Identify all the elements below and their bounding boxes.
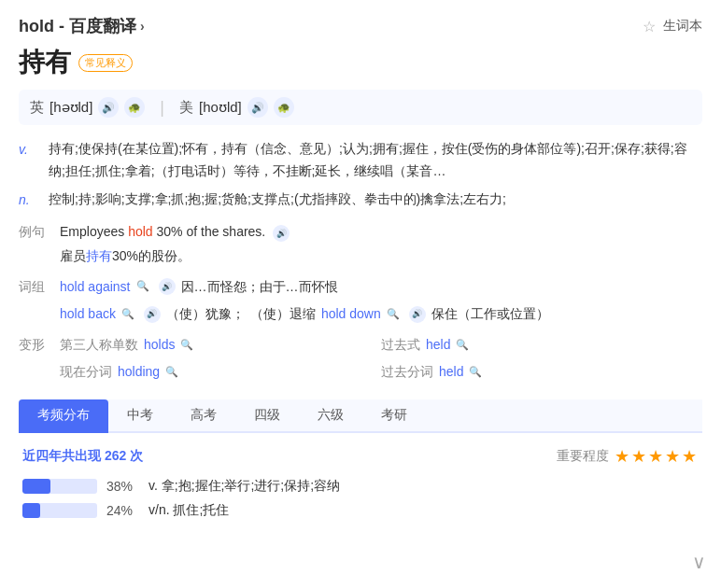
phrases-content: hold against 🔍 🔊 因…而怪怨；由于…而怀恨 hold back … [60,275,702,326]
freq-count-number: 262 [105,448,126,463]
inf-holding[interactable]: holding [118,360,160,384]
inf-label-2: 过去式 [381,333,420,357]
bar-meaning-2: v/n. 抓住;托住 [148,502,699,519]
uk-sound-icon[interactable]: 🔊 [98,97,119,118]
bar-pct-1: 38% [106,479,139,494]
example-zh: 雇员持有30%的股份。 [60,245,702,268]
common-badge: 常见释义 [78,54,133,72]
definitions: v. 持有;使保持(在某位置);怀有，持有（信念、意见）;认为;拥有;握住，按住… [19,138,702,211]
freq-count: 近四年共出现 262 次 [22,448,143,465]
inf-label-1: 第三人称单数 [60,333,138,357]
uk-ipa: [həʊld] [49,99,92,116]
example-label: 例句 [19,220,49,267]
phrase-meaning-3: 保住（工作或位置） [431,302,549,326]
inf-label-4: 过去分词 [381,360,433,384]
example-sound-icon[interactable]: 🔊 [273,225,290,242]
freq-count-prefix: 近四年共出现 [22,448,101,463]
uk-label: 英 [30,99,44,117]
inf-search-4[interactable]: 🔍 [469,363,482,382]
star-icon[interactable]: ☆ [643,18,656,35]
inflections-content: 第三人称单数 holds 🔍 过去式 held 🔍 现在分词 holding 🔍… [60,333,702,384]
freq-bar-row-2: 24% v/n. 抓住;托住 [22,502,699,519]
pos-n: n. [19,189,37,212]
phrase-meaning-1: 因…而怪怨；由于…而怀恨 [181,275,338,299]
inflection-grid: 第三人称单数 holds 🔍 过去式 held 🔍 现在分词 holding 🔍… [60,333,702,384]
phonetic-divider: | [160,98,164,118]
inf-row-1: 第三人称单数 holds 🔍 [60,333,381,357]
phrase-row-2: hold back 🔍 🔊 （使）犹豫； （使）退缩 hold down 🔍 🔊… [60,302,702,326]
word-text: 持有 [19,45,71,80]
vocab-button[interactable]: 生词本 [663,18,702,35]
bar-fill-2 [22,503,40,518]
us-label: 美 [179,99,193,117]
breadcrumb-chevron: › [140,19,145,34]
page-title[interactable]: hold - 百度翻译 › [19,15,145,37]
freq-bar-row-1: 38% v. 拿;抱;握住;举行;进行;保持;容纳 [22,478,699,495]
phrase-hold-down[interactable]: hold down [321,302,381,326]
tab-cet4[interactable]: 四级 [235,399,299,433]
inf-held-past[interactable]: held [426,333,450,357]
title-text: hold - 百度翻译 [19,15,136,37]
us-ipa: [hoʊld] [199,99,242,116]
tabs-row: 考频分布 中考 高考 四级 六级 考研 [19,399,702,433]
bar-meaning-1: v. 拿;抱;握住;举行;进行;保持;容纳 [148,478,699,495]
search-icon-2[interactable]: 🔍 [121,305,134,324]
bar-container-1 [22,479,97,494]
tab-cet6[interactable]: 六级 [299,399,362,433]
def-text-v: 持有;使保持(在某位置);怀有，持有（信念、意见）;认为;拥有;握住，按住(受伤… [49,138,702,183]
inf-row-3: 现在分词 holding 🔍 [60,360,381,384]
example-en: Employees hold 30% of the shares. 🔊 [60,220,702,244]
us-slow-icon[interactable]: 🐢 [274,97,294,118]
search-icon-3[interactable]: 🔍 [387,305,400,324]
freq-count-suffix: 次 [130,448,143,463]
phrase-hold-back[interactable]: hold back [60,302,116,326]
uk-phonetic: 英 [həʊld] 🔊 🐢 [30,97,145,118]
def-row-v: v. 持有;使保持(在某位置);怀有，持有（信念、意见）;认为;拥有;握住，按住… [19,138,702,183]
inf-label-3: 现在分词 [60,360,112,384]
def-row-n: n. 控制;持;影响;支撑;拿;抓;抱;握;货舱;支撑点;(尤指摔跤、拳击中的)… [19,189,702,212]
example-section: 例句 Employees hold 30% of the shares. 🔊 雇… [19,220,702,267]
inf-row-4: 过去分词 held 🔍 [381,360,702,384]
inf-held-pp[interactable]: held [439,360,463,384]
phrase-sound-1[interactable]: 🔊 [159,278,176,295]
chevron-down-icon[interactable]: ∨ [692,551,706,573]
freq-section: 近四年共出现 262 次 重要程度 ★★★★★ 38% v. 拿;抱;握住;举行… [19,433,702,519]
inf-row-2: 过去式 held 🔍 [381,333,702,357]
highlight-zh: 持有 [86,248,112,263]
header-row: hold - 百度翻译 › ☆ 生词本 [19,15,702,37]
uk-slow-icon[interactable]: 🐢 [124,97,145,118]
phrase-sound-3[interactable]: 🔊 [409,306,426,323]
highlight-hold: hold [128,224,152,239]
inf-search-3[interactable]: 🔍 [165,363,178,382]
phrase-sound-2[interactable]: 🔊 [144,306,161,323]
inf-search-1[interactable]: 🔍 [180,336,193,355]
bar-pct-2: 24% [106,503,139,518]
freq-header: 近四年共出现 262 次 重要程度 ★★★★★ [22,446,699,467]
inflections-label: 变形 [19,333,49,384]
header-actions: ☆ 生词本 [643,18,702,35]
tab-postgrad[interactable]: 考研 [362,399,426,433]
importance-row: 重要程度 ★★★★★ [557,446,699,467]
phrases-section: 词组 hold against 🔍 🔊 因…而怪怨；由于…而怀恨 hold ba… [19,275,702,326]
phrase-row-1: hold against 🔍 🔊 因…而怪怨；由于…而怀恨 [60,275,702,299]
importance-label: 重要程度 [557,448,609,465]
bar-container-2 [22,503,97,518]
def-text-n: 控制;持;影响;支撑;拿;抓;抱;握;货舱;支撑点;(尤指摔跤、拳击中的)擒拿法… [49,189,702,212]
phonetics-row: 英 [həʊld] 🔊 🐢 | 美 [hoʊld] 🔊 🐢 [19,90,702,125]
word-heading: 持有 常见释义 [19,45,702,80]
phrase-meaning-2b: （使）退缩 [250,302,316,326]
main-card: hold - 百度翻译 › ☆ 生词本 持有 常见释义 英 [həʊld] 🔊 … [0,0,721,588]
importance-stars: ★★★★★ [615,446,699,467]
us-phonetic: 美 [hoʊld] 🔊 🐢 [179,97,294,118]
search-icon-1[interactable]: 🔍 [136,277,149,296]
inf-search-2[interactable]: 🔍 [456,336,469,355]
tab-middle[interactable]: 中考 [108,399,172,433]
example-content: Employees hold 30% of the shares. 🔊 雇员持有… [60,220,702,267]
tab-high[interactable]: 高考 [172,399,235,433]
inf-holds[interactable]: holds [144,333,175,357]
tab-freq[interactable]: 考频分布 [19,399,108,433]
us-sound-icon[interactable]: 🔊 [247,97,268,118]
phrases-label: 词组 [19,275,49,326]
phrase-hold-against[interactable]: hold against [60,275,131,299]
pos-v: v. [19,139,37,183]
